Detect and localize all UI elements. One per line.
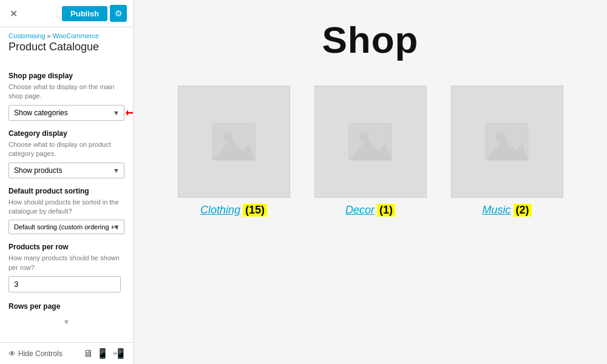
breadcrumb-customising[interactable]: Customising: [8, 32, 46, 39]
default-sorting-desc: How should products be sorted in the cat…: [8, 198, 124, 217]
shop-page-display-desc: Choose what to display on the main shop …: [8, 83, 124, 101]
shop-title: Shop: [322, 18, 419, 61]
decor-label-row: Decor (1): [345, 204, 395, 217]
breadcrumb-woocommerce[interactable]: WooCommerce: [53, 32, 99, 39]
music-name[interactable]: Music: [482, 204, 510, 217]
category-display-desc: Choose what to display on product catego…: [8, 140, 124, 159]
category-card-music: Music (2): [451, 86, 563, 217]
hide-controls-label: Hide Controls: [18, 349, 63, 358]
breadcrumb: Customising » WooCommerce: [0, 27, 133, 39]
top-bar: ✕ Publish ⚙: [0, 0, 133, 27]
panel-scroll: Shop page display Choose what to display…: [0, 59, 133, 342]
clothing-placeholder-image: [178, 86, 290, 198]
view-icons: 🖥 📱 📲: [83, 348, 124, 359]
category-display-wrapper: Show products Show categories Show both …: [8, 163, 124, 178]
left-panel: ✕ Publish ⚙ Customising » WooCommerce Pr…: [0, 0, 134, 364]
rows-per-page-label: Rows per page: [8, 302, 124, 311]
panel-title: Product Catalogue: [0, 39, 133, 59]
svg-marker-1: [126, 110, 128, 116]
right-panel: Shop Clothing (15): [134, 0, 607, 364]
clothing-label-row: Clothing (15): [200, 204, 267, 217]
category-display-select[interactable]: Show products Show categories Show both: [8, 163, 124, 178]
shop-page-display-select[interactable]: Show categories Show products Show both: [8, 105, 124, 121]
decor-placeholder-image: [314, 86, 427, 198]
red-arrow-annotation: [126, 107, 133, 119]
music-count: (2): [514, 204, 532, 217]
gear-button[interactable]: ⚙: [110, 5, 127, 22]
clothing-name[interactable]: Clothing: [200, 204, 240, 217]
shop-page-display-label: Shop page display: [8, 72, 124, 80]
default-sorting-select[interactable]: Default sorting (custom ordering + r Pop…: [8, 220, 124, 234]
tablet-view-button[interactable]: 📱: [97, 348, 109, 359]
shop-page-display-wrapper: Show categories Show products Show both …: [8, 105, 124, 121]
category-display-label: Category display: [8, 129, 124, 138]
products-per-row-desc: How many products should be shown per ro…: [8, 254, 124, 272]
default-sorting-wrapper: Default sorting (custom ordering + r Pop…: [8, 220, 124, 234]
publish-area: Publish ⚙: [62, 5, 127, 22]
decor-name[interactable]: Decor: [345, 204, 375, 217]
clothing-count: (15): [243, 204, 267, 217]
music-placeholder-image: [451, 86, 563, 198]
products-per-row-label: Products per row: [8, 243, 124, 251]
products-per-row-input[interactable]: [8, 276, 121, 292]
scroll-down-indicator: ▼: [8, 314, 124, 330]
bottom-bar: 👁 Hide Controls 🖥 📱 📲: [0, 342, 133, 364]
gear-icon: ⚙: [115, 8, 123, 18]
hide-controls-button[interactable]: 👁 Hide Controls: [8, 349, 63, 358]
decor-count: (1): [377, 204, 395, 217]
default-sorting-label: Default product sorting: [8, 187, 124, 195]
desktop-view-button[interactable]: 🖥: [83, 348, 93, 359]
eye-icon: 👁: [8, 349, 16, 358]
category-card-clothing: Clothing (15): [178, 86, 290, 217]
publish-button[interactable]: Publish: [62, 6, 107, 21]
category-card-decor: Decor (1): [314, 86, 427, 217]
music-label-row: Music (2): [482, 204, 531, 217]
categories-grid: Clothing (15) Decor (1): [178, 86, 563, 217]
mobile-view-button[interactable]: 📲: [112, 348, 124, 359]
close-button[interactable]: ✕: [6, 6, 21, 21]
